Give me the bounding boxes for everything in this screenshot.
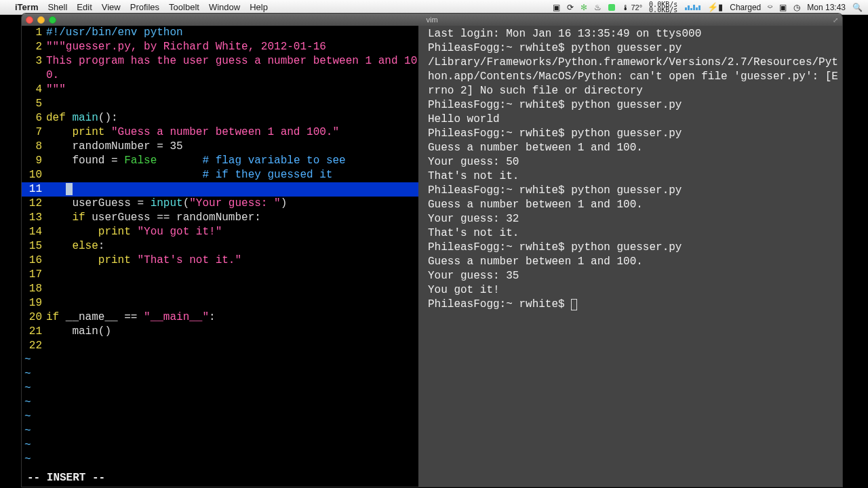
line-number: 4 (22, 83, 46, 97)
terminal-line: PhileasFogg:~ rwhite$ python guesser.py (428, 184, 840, 198)
code-text: if __name__ == "__main__": (46, 310, 418, 325)
code-line[interactable]: 16 print "That's not it." (22, 253, 418, 268)
code-line[interactable]: 7 print "Guess a number between 1 and 10… (22, 125, 418, 140)
zoom-icon[interactable] (49, 16, 56, 24)
flower-icon[interactable]: ✻ (580, 3, 587, 12)
iterm-window: vim ⤢ 1#!/usr/bin/env python2"""guesser.… (22, 14, 842, 487)
code-line[interactable]: 21 main() (22, 325, 418, 339)
line-number: 5 (22, 97, 46, 111)
terminal-line: Guess a number between 1 and 100. (428, 255, 840, 269)
line-number: 18 (22, 282, 46, 296)
terminal-line: Guess a number between 1 and 100. (428, 141, 840, 155)
close-icon[interactable] (26, 16, 33, 24)
line-number: 13 (22, 211, 46, 225)
line-number: 10 (22, 168, 46, 182)
code-line[interactable]: 11 (22, 182, 418, 197)
terminal-line: Your guess: 50 (428, 155, 840, 169)
line-number: 6 (22, 111, 46, 125)
code-line[interactable]: 3This program has the user guess a numbe… (22, 54, 418, 83)
line-number: 17 (22, 268, 46, 282)
code-text: #!/usr/bin/env python (46, 26, 418, 40)
code-text: print "Guess a number between 1 and 100.… (46, 125, 418, 140)
code-text: """guesser.py, by Richard White, 2012-01… (46, 40, 418, 54)
code-line[interactable]: 1#!/usr/bin/env python (22, 26, 418, 40)
code-text: userGuess = input("Your guess: ") (46, 197, 418, 211)
code-text: else: (46, 239, 418, 253)
spotlight-icon[interactable]: 🔍 (852, 3, 863, 12)
line-number: 1 (22, 26, 46, 40)
expand-icon[interactable]: ⤢ (833, 16, 838, 24)
line-number: 12 (22, 197, 46, 211)
line-number: 15 (22, 239, 46, 253)
code-line[interactable]: 20if __name__ == "__main__": (22, 310, 418, 325)
code-line[interactable]: 19 (22, 296, 418, 310)
menu-extra-icon[interactable]: ▣ (553, 3, 560, 12)
pane-divider[interactable] (418, 26, 425, 487)
vim-empty-line: ~ (22, 410, 418, 424)
status-green-icon[interactable] (608, 4, 615, 11)
terminal-line: Your guess: 32 (428, 212, 840, 226)
terminal-line: That's not it. (428, 169, 840, 184)
menu-profiles[interactable]: Profiles (130, 2, 159, 12)
terminal-line: /Library/Frameworks/Python.framework/Ver… (428, 56, 840, 98)
code-text: print "That's not it." (46, 253, 418, 268)
line-number: 8 (22, 140, 46, 154)
temperature-widget[interactable]: 🌡 72° (622, 3, 642, 12)
display-icon[interactable]: ▣ (779, 3, 787, 12)
menu-edit[interactable]: Edit (77, 2, 92, 12)
line-number: 7 (22, 125, 46, 140)
menu-window[interactable]: Window (209, 2, 240, 12)
code-line[interactable]: 10 # if they guessed it (22, 168, 418, 182)
code-text (46, 97, 418, 111)
menu-toolbelt[interactable]: Toolbelt (169, 2, 199, 12)
wifi-icon[interactable]: ⌔ (768, 3, 772, 12)
code-line[interactable]: 22 (22, 339, 418, 353)
timemachine-icon[interactable]: ◷ (793, 3, 800, 12)
code-text (46, 182, 418, 197)
code-text: print "You got it!" (46, 225, 418, 239)
code-line[interactable]: 9 found = False # flag variable to see (22, 154, 418, 168)
window-traffic-lights (26, 16, 56, 24)
network-speed[interactable]: 0.0KB/s0.0KB/s (649, 2, 677, 13)
app-name[interactable]: iTerm (15, 2, 38, 12)
vim-pane[interactable]: 1#!/usr/bin/env python2"""guesser.py, by… (22, 26, 418, 487)
menu-view[interactable]: View (102, 2, 121, 12)
menu-help[interactable]: Help (250, 2, 268, 12)
sync-icon[interactable]: ⟳ (567, 3, 574, 12)
line-number: 20 (22, 310, 46, 325)
line-number: 9 (22, 154, 46, 168)
line-number: 22 (22, 339, 46, 353)
code-text (46, 282, 418, 296)
clock[interactable]: Mon 13:43 (807, 3, 846, 12)
code-text: # if they guessed it (46, 168, 418, 182)
code-line[interactable]: 18 (22, 282, 418, 296)
line-number: 16 (22, 253, 46, 268)
code-line[interactable]: 15 else: (22, 239, 418, 253)
terminal-line: Hello world (428, 113, 840, 127)
terminal-line: PhileasFogg:~ rwhite$ python guesser.py (428, 241, 840, 255)
code-text: main() (46, 325, 418, 339)
code-line[interactable]: 8 randomNumber = 35 (22, 140, 418, 154)
code-line[interactable]: 4""" (22, 83, 418, 97)
code-line[interactable]: 6def main(): (22, 111, 418, 125)
line-number: 19 (22, 296, 46, 310)
menu-shell[interactable]: Shell (47, 2, 67, 12)
vim-empty-line: ~ (22, 382, 418, 396)
temperature-value: 72° (631, 3, 642, 12)
activity-bars-icon[interactable] (684, 3, 701, 12)
code-line[interactable]: 13 if userGuess == randomNumber: (22, 211, 418, 225)
minimize-icon[interactable] (37, 16, 45, 24)
code-line[interactable]: 17 (22, 268, 418, 282)
flame-icon[interactable]: ♨ (594, 3, 601, 12)
window-title: vim (426, 16, 437, 24)
window-titlebar[interactable]: vim ⤢ (22, 14, 842, 26)
battery-icon[interactable]: ⚡▮ (707, 2, 723, 12)
shell-pane[interactable]: Last login: Mon Jan 16 13:35:49 on ttys0… (425, 26, 842, 487)
code-line[interactable]: 14 print "You got it!" (22, 225, 418, 239)
code-line[interactable]: 2"""guesser.py, by Richard White, 2012-0… (22, 40, 418, 54)
line-number: 11 (22, 182, 46, 197)
terminal-line: You got it! (428, 283, 840, 298)
code-line[interactable]: 12 userGuess = input("Your guess: ") (22, 197, 418, 211)
code-line[interactable]: 5 (22, 97, 418, 111)
terminal-line: PhileasFogg:~ rwhite$ python guesser.py (428, 98, 840, 113)
